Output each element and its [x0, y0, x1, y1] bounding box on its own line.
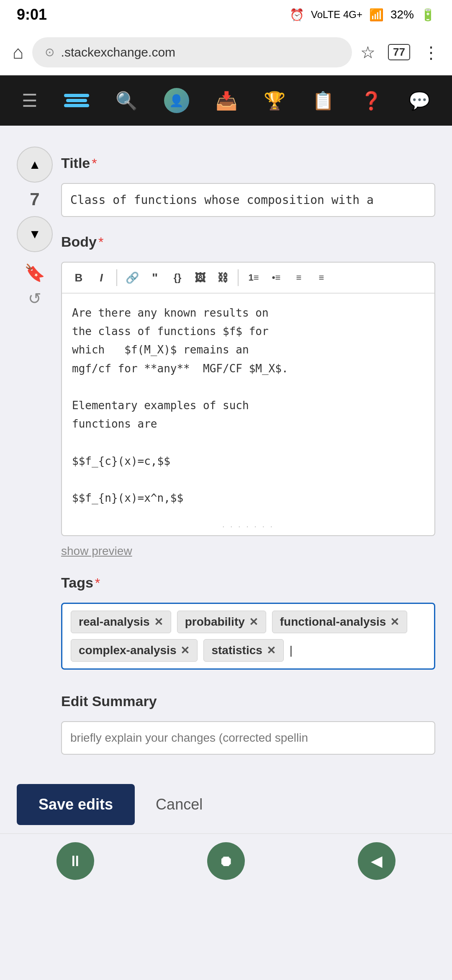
- tag-label: functional-analysis: [280, 615, 386, 629]
- home-button[interactable]: ⌂: [13, 42, 24, 63]
- tag-statistics[interactable]: statistics ✕: [203, 639, 283, 662]
- body-required-star: *: [98, 235, 103, 250]
- vote-column: ▲ 7 ▼ 🔖 ↺: [17, 138, 53, 755]
- downvote-button[interactable]: ▼: [17, 216, 53, 252]
- tag-real-analysis[interactable]: real-analysis ✕: [71, 611, 171, 633]
- status-time: 9:01: [17, 6, 47, 23]
- save-edits-button[interactable]: Save edits: [17, 784, 135, 825]
- signal-text: VoLTE 4G+: [311, 9, 362, 21]
- quote-button[interactable]: ": [144, 267, 166, 289]
- tags-container[interactable]: real-analysis ✕ probability ✕ functional…: [61, 603, 435, 670]
- cancel-button[interactable]: Cancel: [147, 784, 211, 825]
- chat-nav-icon[interactable]: 💬: [408, 90, 430, 111]
- bookmark-icon[interactable]: 🔖: [24, 263, 45, 283]
- inbox-nav-icon[interactable]: 📥: [216, 90, 237, 111]
- toolbar-divider-2: [238, 269, 239, 286]
- align-right-button[interactable]: ≡: [311, 267, 332, 289]
- list-group: 1≡ •≡ ≡ ≡: [243, 267, 332, 289]
- body-label: Body: [61, 234, 97, 250]
- body-text: Are there any known results on the class…: [72, 304, 424, 507]
- body-editor[interactable]: B I 🔗 " {} 🖼 ⛓ 1≡ •≡ ≡: [61, 262, 435, 536]
- align-left-button[interactable]: ≡: [288, 267, 310, 289]
- form-section: Title * Body * B I 🔗 ": [61, 138, 435, 755]
- upvote-button[interactable]: ▲: [17, 147, 53, 183]
- battery-text: 32%: [390, 8, 414, 21]
- image-button[interactable]: 🖼: [189, 267, 211, 289]
- ordered-list-button[interactable]: 1≡: [243, 267, 265, 289]
- status-icons: ⏰ VoLTE 4G+ 📶 32% 🔋: [290, 8, 435, 22]
- body-label-row: Body *: [61, 225, 435, 256]
- tab-count[interactable]: 77: [388, 44, 410, 60]
- tags-label-row: Tags *: [61, 566, 435, 597]
- more-options-icon[interactable]: ⋮: [423, 43, 439, 62]
- trophy-nav-icon[interactable]: 🏆: [264, 90, 285, 111]
- history-icon[interactable]: ↺: [28, 289, 41, 308]
- favorite-icon[interactable]: ☆: [360, 43, 375, 62]
- unordered-list-button[interactable]: •≡: [265, 267, 287, 289]
- pause-button[interactable]: ⏸: [56, 842, 94, 880]
- url-text: .stackexchange.com: [61, 45, 175, 59]
- show-preview-link[interactable]: show preview: [61, 544, 435, 558]
- format-group: B I: [68, 267, 112, 289]
- bold-button[interactable]: B: [68, 267, 90, 289]
- browser-bar: ⌂ ⊙ .stackexchange.com ☆ 77 ⋮: [0, 29, 452, 75]
- tags-required-star: *: [95, 575, 100, 591]
- home-nav-button[interactable]: ⏺: [207, 842, 245, 880]
- tag-functional-analysis[interactable]: functional-analysis ✕: [272, 611, 408, 633]
- tag-complex-analysis[interactable]: complex-analysis ✕: [71, 639, 198, 662]
- code-button[interactable]: {}: [167, 267, 188, 289]
- tag-label: complex-analysis: [79, 644, 176, 657]
- nav-bar: ☰ 🔍 👤 📥 🏆 📋 ❓ 💬: [0, 75, 452, 126]
- url-icon: ⊙: [45, 45, 54, 59]
- bottom-nav: ⏸ ⏺ ◀: [0, 833, 452, 888]
- tag-remove-statistics[interactable]: ✕: [267, 644, 276, 657]
- form-area: ▲ 7 ▼ 🔖 ↺ Title * Body * B: [17, 138, 435, 755]
- tag-label: real-analysis: [79, 615, 150, 629]
- help-nav-icon[interactable]: ❓: [360, 90, 382, 111]
- battery-icon: 🔋: [421, 8, 435, 22]
- edit-summary-label-row: Edit Summary: [61, 685, 435, 715]
- title-label: Title: [61, 155, 90, 171]
- hyperlink-button[interactable]: ⛓: [212, 267, 234, 289]
- tag-label: probability: [185, 615, 245, 629]
- back-button[interactable]: ◀: [358, 842, 396, 880]
- tag-label: statistics: [211, 644, 262, 657]
- tag-probability[interactable]: probability ✕: [177, 611, 266, 633]
- tag-remove-real-analysis[interactable]: ✕: [154, 616, 163, 629]
- site-logo-icon[interactable]: [64, 94, 89, 107]
- main-content: ▲ 7 ▼ 🔖 ↺ Title * Body * B: [0, 126, 452, 767]
- signal-bars-icon: 📶: [369, 8, 384, 22]
- tags-label: Tags: [61, 575, 93, 591]
- browser-icons: ☆ 77 ⋮: [360, 43, 439, 62]
- hamburger-menu-icon[interactable]: ☰: [22, 90, 38, 111]
- action-buttons: Save edits Cancel: [0, 784, 452, 825]
- editor-toolbar: B I 🔗 " {} 🖼 ⛓ 1≡ •≡ ≡: [62, 263, 434, 294]
- review-nav-icon[interactable]: 📋: [312, 90, 334, 111]
- editor-resize-handle[interactable]: · · · · · · ·: [62, 517, 434, 535]
- italic-button[interactable]: I: [90, 267, 112, 289]
- tag-remove-functional-analysis[interactable]: ✕: [390, 616, 399, 629]
- search-nav-icon[interactable]: 🔍: [116, 90, 137, 111]
- toolbar-divider-1: [116, 269, 117, 286]
- alarm-icon: ⏰: [290, 8, 304, 22]
- user-avatar[interactable]: 👤: [164, 88, 189, 113]
- vote-count: 7: [30, 189, 39, 209]
- title-label-row: Title *: [61, 147, 435, 177]
- editor-body[interactable]: Are there any known results on the class…: [62, 294, 434, 517]
- title-required-star: *: [92, 156, 97, 171]
- title-input[interactable]: [61, 183, 435, 217]
- tag-remove-complex-analysis[interactable]: ✕: [180, 644, 190, 657]
- edit-summary-input[interactable]: [61, 721, 435, 755]
- insert-group: 🔗 " {} 🖼 ⛓: [121, 267, 234, 289]
- url-bar[interactable]: ⊙ .stackexchange.com: [32, 37, 352, 67]
- edit-summary-label: Edit Summary: [61, 693, 157, 709]
- tag-remove-probability[interactable]: ✕: [249, 616, 258, 629]
- tag-input-cursor: |: [290, 644, 293, 657]
- link-button[interactable]: 🔗: [121, 267, 143, 289]
- status-bar: 9:01 ⏰ VoLTE 4G+ 📶 32% 🔋: [0, 0, 452, 29]
